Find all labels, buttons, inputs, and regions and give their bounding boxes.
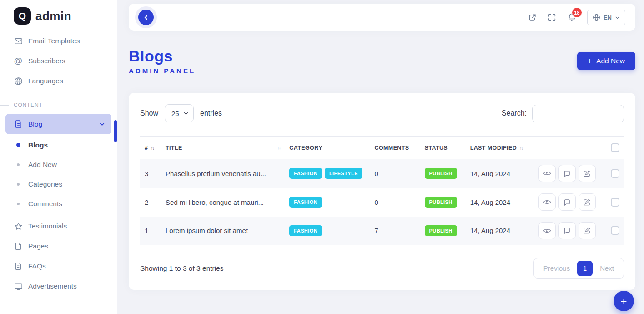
- cell-status: PUBLISH: [420, 159, 466, 188]
- sidebar: Q admin Email Templates @ Subscribers La…: [0, 0, 117, 314]
- sidebar-item-languages[interactable]: Languages: [0, 71, 117, 91]
- cell-last-modified: 14, Aug 2024: [466, 159, 534, 188]
- main-area: 18 EN Blogs ADMIN PANEL +: [117, 0, 644, 314]
- search-label: Search:: [502, 109, 527, 117]
- select-all-checkbox[interactable]: [611, 143, 619, 152]
- previous-page-button[interactable]: Previous: [536, 264, 577, 272]
- page-icon: [14, 242, 23, 250]
- notification-count-badge: 18: [572, 8, 582, 17]
- logo-text: admin: [35, 9, 71, 23]
- cell-id: 2: [140, 188, 161, 217]
- sidebar-item-label: Email Templates: [28, 37, 80, 45]
- edit-button[interactable]: [579, 193, 596, 211]
- column-header-id[interactable]: #↑↓: [140, 137, 161, 159]
- page-1-button[interactable]: 1: [577, 261, 593, 276]
- sidebar-item-label: Languages: [28, 77, 63, 85]
- sort-icon: ↑↓: [151, 145, 154, 151]
- sidebar-subitem-comments[interactable]: Comments: [0, 194, 117, 213]
- sidebar-item-label: Blog: [28, 120, 42, 128]
- cell-title: Lorem ipsum dolor sit amet: [161, 217, 285, 245]
- category-badge: LIFESTYLE: [325, 168, 362, 179]
- language-selector[interactable]: EN: [587, 10, 625, 25]
- show-label: Show: [140, 109, 158, 117]
- page-header: Blogs ADMIN PANEL + Add New: [129, 47, 635, 75]
- row-checkbox[interactable]: [611, 198, 619, 207]
- column-header-last-modified[interactable]: LAST MODIFIED↑↓: [466, 137, 534, 159]
- sidebar-subitem-label: Blogs: [28, 141, 48, 149]
- column-header-title[interactable]: TITLE↑↓: [161, 137, 285, 159]
- cell-category: FASHIONLIFESTYLE: [285, 159, 370, 188]
- sidebar-item-subscribers[interactable]: @ Subscribers: [0, 51, 117, 71]
- page-size-value: 25: [171, 110, 179, 117]
- page-size-select[interactable]: 25: [165, 104, 194, 122]
- edit-button[interactable]: [579, 222, 596, 239]
- sidebar-item-email-templates[interactable]: Email Templates: [0, 31, 117, 51]
- logo-icon: Q: [14, 7, 31, 25]
- cell-comments: 0: [370, 188, 420, 217]
- fullscreen-icon[interactable]: [548, 13, 556, 22]
- sidebar-item-label: Pages: [28, 242, 48, 250]
- blogs-table-card: Show 25 entries Search: #↑↓: [129, 93, 635, 290]
- sidebar-subitem-categories[interactable]: Categories: [0, 174, 117, 194]
- search-input[interactable]: [532, 105, 624, 122]
- comments-button[interactable]: [558, 165, 576, 182]
- sort-icon: ↑↓: [277, 145, 280, 150]
- external-link-icon[interactable]: [528, 13, 537, 22]
- cell-actions: [534, 188, 602, 217]
- column-header-comments[interactable]: COMMENTS: [370, 137, 420, 159]
- comments-button[interactable]: [558, 222, 576, 239]
- monitor-icon: [14, 282, 23, 291]
- app-logo[interactable]: Q admin: [0, 5, 117, 31]
- row-checkbox[interactable]: [611, 169, 619, 178]
- sidebar-item-label: FAQs: [28, 262, 46, 270]
- blog-icon: [14, 120, 23, 128]
- category-badge: FASHION: [289, 225, 322, 236]
- cell-category: FASHION: [285, 188, 370, 217]
- sidebar-subitem-label: Comments: [28, 200, 62, 208]
- row-checkbox[interactable]: [611, 226, 619, 235]
- column-header-status[interactable]: STATUS: [420, 137, 466, 159]
- sidebar-item-pages[interactable]: Pages: [0, 236, 117, 256]
- cell-title: Sed mi libero, congue at mauri...: [161, 188, 285, 217]
- add-new-label: Add New: [596, 57, 625, 65]
- column-header-category[interactable]: CATEGORY: [285, 137, 370, 159]
- add-new-button[interactable]: + Add New: [577, 52, 635, 70]
- cell-id: 1: [140, 217, 161, 245]
- sidebar-item-blog[interactable]: Blog: [5, 114, 111, 134]
- blogs-table: #↑↓ TITLE↑↓ CATEGORY COMMENTS STATUS LAS…: [140, 136, 624, 245]
- sidebar-subitem-blogs[interactable]: Blogs: [0, 135, 117, 155]
- cell-select: [602, 188, 624, 217]
- next-page-button[interactable]: Next: [593, 264, 621, 272]
- chevron-down-icon: [99, 121, 105, 127]
- cell-title: Phasellus pretium venenatis au...: [161, 159, 285, 188]
- cell-status: PUBLISH: [420, 188, 466, 217]
- globe-icon: [593, 14, 600, 21]
- entries-label: entries: [200, 109, 222, 117]
- sidebar-item-faqs[interactable]: FAQs: [0, 256, 117, 276]
- view-button[interactable]: [538, 165, 556, 182]
- sidebar-subitem-add-new[interactable]: Add New: [0, 155, 117, 174]
- sidebar-item-label: Advertisements: [28, 282, 77, 290]
- comments-button[interactable]: [558, 193, 576, 211]
- cell-select: [602, 217, 624, 245]
- sidebar-item-testimonials[interactable]: Testimonials: [0, 216, 117, 236]
- bullet-icon: [14, 203, 23, 205]
- sidebar-subitem-label: Add New: [28, 161, 57, 169]
- sidebar-item-label: Testimonials: [28, 222, 67, 230]
- plus-icon: +: [588, 58, 593, 64]
- view-button[interactable]: [538, 222, 556, 239]
- cell-actions: [534, 159, 602, 188]
- floating-add-button[interactable]: +: [614, 291, 634, 311]
- cell-category: FASHION: [285, 217, 370, 245]
- sidebar-item-advertisements[interactable]: Advertisements: [0, 276, 117, 296]
- table-header-row: #↑↓ TITLE↑↓ CATEGORY COMMENTS STATUS LAS…: [140, 137, 624, 159]
- table-row: 3 Phasellus pretium venenatis au... FASH…: [140, 159, 624, 188]
- notifications-bell-icon[interactable]: 18: [567, 13, 576, 22]
- view-button[interactable]: [538, 193, 556, 211]
- edit-button[interactable]: [579, 165, 596, 182]
- page-subtitle: ADMIN PANEL: [129, 67, 196, 75]
- column-header-actions: [534, 137, 602, 159]
- collapse-sidebar-button[interactable]: [135, 6, 157, 28]
- showing-entries-text: Showing 1 to 3 of 3 entries: [140, 264, 224, 273]
- bullet-icon: [14, 143, 23, 147]
